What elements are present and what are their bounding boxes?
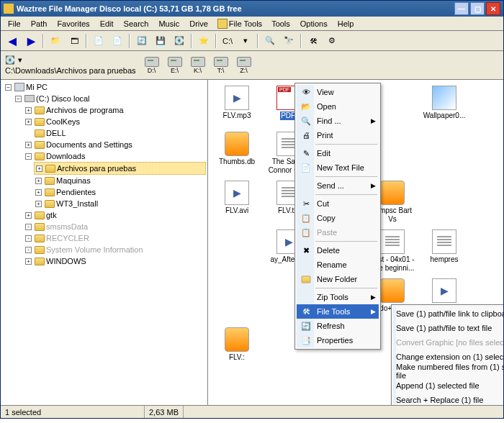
cut-icon: ✂ — [300, 198, 312, 209]
file-item[interactable]: hempres — [420, 228, 469, 274]
toolbar-btn-12[interactable]: ⚙ — [323, 32, 341, 50]
ctx-send[interactable]: Send ...▶ — [297, 178, 379, 193]
toolbar-btn-1[interactable]: 📁 — [47, 32, 64, 50]
ctx-refresh[interactable]: 🔄Refresh — [297, 319, 379, 333]
tree-item[interactable]: +Documents and Settings — [24, 139, 206, 150]
tree-item[interactable]: DELL — [24, 127, 206, 139]
toolbar-btn-7[interactable]: 💽 — [171, 32, 188, 50]
maximize-button[interactable]: ▢ — [470, 2, 485, 15]
folder-icon — [45, 200, 55, 208]
folder-icon — [35, 235, 45, 242]
toolbar-btn-11[interactable]: 🛠 — [305, 32, 322, 50]
menu-search[interactable]: Search — [120, 18, 153, 29]
file-item[interactable]: FLV.avi — [212, 179, 261, 225]
disk-icon: 💽 — [174, 36, 184, 45]
menu-file[interactable]: File — [4, 18, 25, 29]
file-item[interactable]: FLV.: — [212, 326, 261, 363]
context-menu: 👁View 📂Open 🔍Find ...▶ 🖨Print ✎Edit 📄New… — [294, 83, 381, 350]
toolbar-btn-8[interactable]: ⭐ — [195, 32, 212, 50]
menu-edit[interactable]: Edit — [96, 18, 118, 29]
file-item[interactable]: Thumbs.db — [212, 130, 261, 176]
tree-drive-c[interactable]: −(C:) Disco local — [14, 93, 206, 104]
tree-item[interactable]: +WINDOWS — [24, 255, 206, 267]
ctx-cut[interactable]: ✂Cut — [297, 196, 379, 211]
sub-save-link[interactable]: Save (1) path/file link to clipboard — [393, 306, 503, 321]
ctx-props[interactable]: 📑Properties — [297, 333, 379, 347]
toolbar-btn-4[interactable]: 📄 — [109, 32, 126, 50]
ctx-open[interactable]: 📂Open — [297, 99, 379, 114]
tree-item[interactable]: +CoolKeys — [24, 116, 206, 127]
star-icon: ⭐ — [199, 36, 209, 45]
drive-d[interactable]: D:\ — [142, 57, 162, 74]
ctx-newfolder[interactable]: New Folder — [297, 272, 379, 286]
nav-back-button[interactable]: ◀ — [4, 32, 21, 50]
drive-icon: 💽 — [5, 55, 15, 65]
file-type-icon — [432, 86, 456, 110]
toolbar: ◀ ▶ 📁 🗔 📄 📄 🔄 💾 💽 ⭐ C:\ ▾ 🔍 🔭 🛠 ⚙ — [1, 31, 503, 51]
file-item[interactable]: FLV.mp3 — [212, 84, 261, 127]
menu-favorites[interactable]: Favorites — [53, 18, 94, 29]
file-label: Wallpaper0... — [423, 112, 467, 120]
nav-forward-button[interactable]: ▶ — [22, 32, 40, 50]
app-window: Waztree File Manager Disco local (C:) 53… — [0, 0, 504, 419]
sub-change-ext[interactable]: Change extension on (1) selected file — [393, 350, 503, 364]
close-button[interactable]: ✕ — [486, 2, 500, 15]
ctx-zip[interactable]: Zip Tools▶ — [297, 290, 379, 304]
menu-music[interactable]: Music — [154, 18, 184, 29]
sub-numbered[interactable]: Make numbered files from (1) selected fi… — [393, 364, 503, 378]
refresh-icon: 🔄 — [137, 36, 147, 45]
toolbar-btn-6[interactable]: 💾 — [152, 32, 169, 50]
toolbar-btn-3[interactable]: 📄 — [90, 32, 107, 50]
ctx-find[interactable]: 🔍Find ...▶ — [297, 114, 379, 128]
menu-drive[interactable]: Drive — [185, 18, 212, 29]
sub-append[interactable]: Append (1) selected file — [393, 378, 503, 393]
ctx-edit[interactable]: ✎Edit — [297, 146, 379, 160]
toolbar-btn-2[interactable]: 🗔 — [66, 32, 83, 50]
status-size: 2,63 MB — [145, 406, 184, 418]
ctx-view[interactable]: 👁View — [297, 85, 379, 99]
ctx-newtxt[interactable]: 📄New Text File — [297, 160, 379, 175]
drive-dropdown-button[interactable]: ▾ — [237, 32, 254, 50]
tree-item[interactable]: +RECYCLER — [24, 232, 206, 244]
folder-icon — [35, 212, 45, 219]
drive-dropdown-icon[interactable]: ▾ — [18, 55, 22, 65]
tree-item[interactable]: +System Volume Information — [24, 244, 206, 255]
ctx-rename[interactable]: Rename — [297, 258, 379, 272]
menu-help[interactable]: Help — [333, 18, 359, 29]
ctx-copy[interactable]: 📋Copy — [297, 211, 379, 225]
menu-options[interactable]: Options — [296, 18, 332, 29]
menu-file-tools[interactable]: File Tools — [214, 17, 266, 30]
ctx-filetools[interactable]: 🛠File Tools▶ — [297, 304, 379, 319]
tree-item-selected[interactable]: +Archivos para pruebas — [34, 162, 206, 175]
menu-tools[interactable]: Tools — [267, 18, 294, 29]
drive-z[interactable]: Z:\ — [234, 57, 254, 74]
tree-item[interactable]: +Archivos de programa — [24, 104, 206, 116]
toolbar-btn-5[interactable]: 🔄 — [133, 32, 150, 50]
toolbar-btn-9[interactable]: 🔍 — [261, 32, 279, 50]
folder-tree[interactable]: −Mi PC −(C:) Disco local +Archivos de pr… — [1, 80, 208, 405]
tree-downloads[interactable]: −Downloads — [24, 150, 206, 162]
ctx-print[interactable]: 🖨Print — [297, 128, 379, 142]
tree-item[interactable]: +Pendientes — [34, 186, 206, 198]
file-item[interactable]: Wallpaper0... — [420, 84, 469, 127]
tree-item[interactable]: +gtk — [24, 209, 206, 221]
tree-root[interactable]: −Mi PC — [4, 81, 206, 93]
submenu-arrow-icon: ▶ — [371, 294, 376, 301]
menu-path[interactable]: Path — [27, 18, 52, 29]
ctx-paste: 📋Paste — [297, 225, 379, 240]
drive-e[interactable]: E:\ — [165, 57, 185, 74]
drive-k[interactable]: K:\ — [188, 57, 208, 74]
tree-item[interactable]: +Maquinas — [34, 175, 206, 186]
file-pane[interactable]: FLV.mp3PDF.Wallpaper0...Thumbs.dbThe Sar… — [208, 80, 503, 405]
page-icon: 📄 — [94, 36, 104, 45]
drive-combo[interactable]: C:\ — [220, 37, 235, 45]
sub-save-text[interactable]: Save (1) path/file to text file — [393, 321, 503, 335]
toolbar-btn-10[interactable]: 🔭 — [280, 32, 297, 50]
minimize-button[interactable]: — — [454, 2, 469, 15]
folder-icon — [35, 258, 45, 265]
ctx-delete[interactable]: ✖Delete — [297, 243, 379, 258]
drive-t[interactable]: T:\ — [211, 57, 231, 74]
tree-item[interactable]: +smsmsData — [24, 221, 206, 232]
tree-item[interactable]: +WT3_Install — [34, 198, 206, 209]
sub-search-replace[interactable]: Search + Replace (1) file — [393, 393, 503, 405]
